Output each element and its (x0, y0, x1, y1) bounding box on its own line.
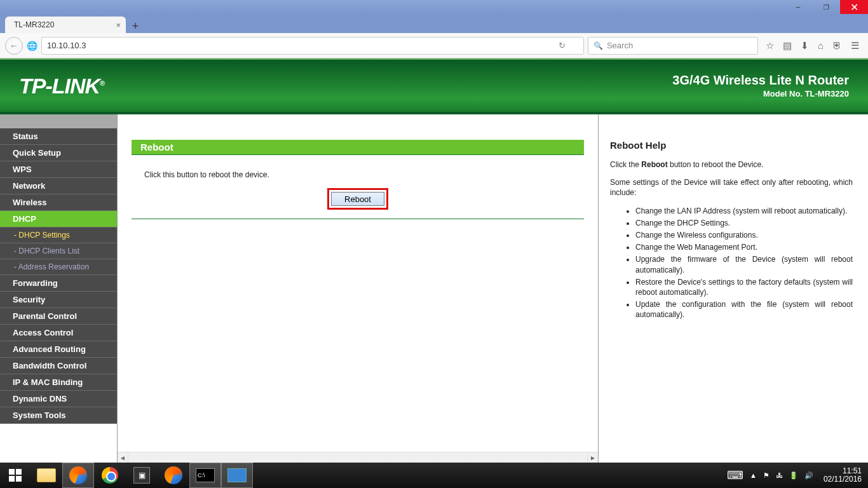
help-panel: Reboot Help Click the Reboot button to r… (599, 114, 868, 463)
clock-date: 02/11/2016 (824, 475, 862, 484)
taskbar-app-cmd[interactable]: C:\ (189, 463, 221, 488)
model-number: Model No. TL-MR3220 (672, 89, 849, 98)
section-divider (132, 154, 584, 155)
tray-network-icon[interactable]: 🖧 (776, 471, 783, 479)
tray-volume-icon[interactable]: 🔊 (804, 471, 813, 480)
url-text: 10.10.10.3 (47, 41, 86, 50)
taskbar-clock[interactable]: 11:51 02/11/2016 (820, 467, 865, 484)
home-icon[interactable]: ⌂ (818, 40, 824, 51)
help-list-item: Change the Wireless configurations. (635, 230, 853, 240)
nav-back-button[interactable]: ← (5, 37, 23, 55)
sidebar-item-wps[interactable]: WPS (0, 161, 117, 178)
help-list-item: Change the DHCP Settings. (635, 218, 853, 228)
firefox-icon (165, 466, 182, 484)
sidebar-item-access-control[interactable]: Access Control (0, 325, 117, 341)
taskbar-app-firefox-2[interactable] (158, 463, 189, 488)
pocket-icon[interactable]: ⛨ (832, 40, 842, 51)
downloads-icon[interactable]: ⬇ (801, 40, 809, 51)
section-title: Reboot (132, 140, 584, 154)
taskbar-app-file-explorer[interactable] (31, 463, 62, 488)
sidebar-spacer (0, 114, 117, 128)
router-header: TP-LINK® 3G/4G Wireless Lite N Router Mo… (0, 58, 868, 114)
url-input[interactable]: 10.10.10.3 ↻ (41, 37, 584, 55)
sidebar-item-system-tools[interactable]: System Tools (0, 407, 117, 424)
reboot-highlight: Reboot (327, 188, 388, 210)
search-input[interactable]: 🔍 Search (588, 37, 758, 55)
new-tab-button[interactable]: + (127, 19, 144, 33)
virtualbox-icon: ▣ (133, 467, 150, 484)
horizontal-scrollbar[interactable]: ◄ ► (118, 452, 598, 463)
help-intro: Click the Reboot button to reboot the De… (610, 159, 853, 170)
tab-close-icon[interactable]: × (116, 20, 121, 30)
sidebar-item-quick-setup[interactable]: Quick Setup (0, 145, 117, 161)
sidebar-item-status[interactable]: Status (0, 128, 117, 145)
sidebar-item-forwarding[interactable]: Forwarding (0, 275, 117, 292)
scroll-right-icon[interactable]: ► (587, 452, 598, 463)
reader-icon[interactable]: ▤ (783, 40, 792, 51)
browser-toolbar: ← 🌐 10.10.10.3 ↻ 🔍 Search ☆ ▤ ⬇ ⌂ ⛨ ☰ (0, 33, 868, 58)
sidebar-item-dynamic-dns[interactable]: Dynamic DNS (0, 391, 117, 407)
window-minimize-button[interactable] (784, 0, 812, 14)
sidebar-item-advanced-routing[interactable]: Advanced Routing (0, 341, 117, 358)
monitor-icon (227, 468, 247, 482)
search-placeholder: Search (607, 41, 633, 50)
sidebar-sub-address-reservation[interactable]: - Address Reservation (0, 259, 117, 275)
bookmark-star-icon[interactable]: ☆ (766, 40, 774, 51)
search-icon: 🔍 (593, 41, 603, 50)
browser-tab[interactable]: TL-MR3220 × (5, 17, 126, 33)
scroll-left-icon[interactable]: ◄ (118, 452, 128, 463)
site-identity-icon[interactable]: 🌐 (27, 41, 37, 51)
start-button[interactable] (0, 463, 31, 488)
keyboard-icon[interactable]: ⌨ (727, 468, 743, 482)
windows-logo-icon (9, 469, 22, 482)
sidebar-sub-dhcp-clients[interactable]: - DHCP Clients List (0, 243, 117, 259)
sidebar-item-security[interactable]: Security (0, 292, 117, 308)
help-list-item: Upgrade the firmware of the Device (syst… (635, 254, 853, 274)
main-content: Reboot Click this button to reboot the d… (117, 114, 599, 463)
window-close-button[interactable] (840, 0, 868, 14)
reload-icon[interactable]: ↻ (559, 41, 566, 50)
help-list: Change the LAN IP Address (system will r… (610, 206, 853, 320)
system-tray: ⌨ ▲ ⚑ 🖧 🔋 🔊 11:51 02/11/2016 (727, 467, 868, 484)
sidebar-item-wireless[interactable]: Wireless (0, 194, 117, 211)
help-title: Reboot Help (610, 140, 853, 151)
taskbar-app-monitor[interactable] (221, 463, 253, 488)
sidebar-item-network[interactable]: Network (0, 178, 117, 194)
folder-icon (37, 468, 56, 482)
tab-title: TL-MR3220 (14, 20, 54, 29)
tray-battery-icon[interactable]: 🔋 (789, 471, 798, 480)
section-divider-bottom (132, 219, 584, 219)
sidebar-nav: Status Quick Setup WPS Network Wireless … (0, 114, 117, 463)
help-note: Some settings of the Device will take ef… (610, 177, 853, 198)
taskbar-app-chrome[interactable] (94, 463, 126, 488)
taskbar-app-virtualbox[interactable]: ▣ (126, 463, 158, 488)
help-list-item: Restore the Device's settings to the fac… (635, 277, 853, 297)
sidebar-item-parental-control[interactable]: Parental Control (0, 308, 117, 325)
cmd-icon: C:\ (196, 468, 215, 482)
taskbar-app-firefox[interactable] (62, 463, 94, 488)
tray-action-center-icon[interactable]: ⚑ (763, 471, 770, 480)
reboot-button[interactable]: Reboot (331, 192, 384, 206)
browser-tab-strip: TL-MR3220 × + (0, 14, 868, 33)
sidebar-item-dhcp[interactable]: DHCP (0, 211, 117, 227)
sidebar-item-ip-mac-binding[interactable]: IP & MAC Binding (0, 374, 117, 391)
help-list-item: Change the LAN IP Address (system will r… (635, 206, 853, 216)
brand-logo: TP-LINK® (19, 74, 104, 98)
sidebar-item-bandwidth-control[interactable]: Bandwidth Control (0, 358, 117, 374)
chrome-icon (102, 467, 118, 484)
firefox-icon (69, 466, 87, 484)
help-list-item: Update the configuration with the file (… (635, 299, 853, 320)
tray-chevron-icon[interactable]: ▲ (750, 471, 757, 479)
help-list-item: Change the Web Management Port. (635, 242, 853, 252)
toolbar-icons: ☆ ▤ ⬇ ⌂ ⛨ ☰ (762, 40, 863, 51)
windows-taskbar: ▣ C:\ ⌨ ▲ ⚑ 🖧 🔋 🔊 11:51 02/11/2016 (0, 463, 868, 488)
window-titlebar (0, 0, 868, 14)
window-maximize-button[interactable] (812, 0, 840, 14)
sidebar-sub-dhcp-settings[interactable]: - DHCP Settings (0, 227, 117, 243)
product-name: 3G/4G Wireless Lite N Router (672, 73, 849, 88)
menu-icon[interactable]: ☰ (851, 40, 859, 51)
instruction-text: Click this button to reboot the device. (132, 166, 584, 188)
